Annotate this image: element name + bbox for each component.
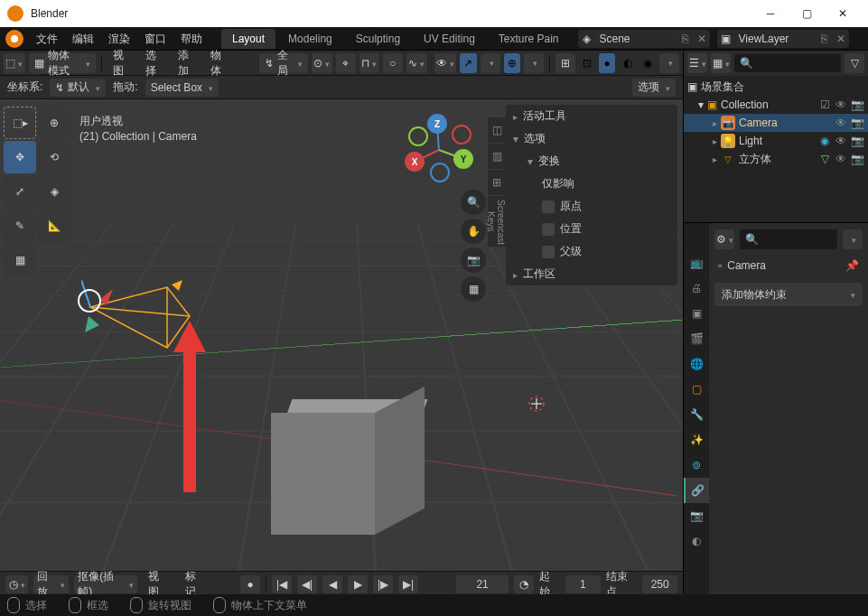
proportional-edit[interactable]: ○ — [383, 53, 403, 73]
checkbox-position[interactable]: 位置 — [506, 218, 677, 240]
scene-selector[interactable]: ◈ ⎘ ✕ — [578, 30, 710, 48]
play-reverse[interactable]: ◀ — [322, 575, 342, 593]
overlay-toggle[interactable]: ⊕ — [504, 53, 520, 73]
autokey-toggle[interactable]: ● — [240, 575, 260, 593]
pivot-point[interactable]: ⊙ — [312, 53, 332, 73]
properties-search[interactable]: 🔍 — [740, 229, 837, 249]
viewport-visibility-icon[interactable]: 👁 — [834, 98, 848, 111]
gizmo-neg-x[interactable] — [452, 125, 471, 145]
tool-add-cube[interactable]: ▦ — [4, 244, 36, 276]
viewport-visibility-icon[interactable]: 👁 — [834, 117, 848, 129]
camera-row[interactable]: 📷 Camera 👁📷 — [684, 114, 868, 132]
visibility-toggle[interactable]: 👁 — [434, 53, 457, 73]
panel-transform[interactable]: ▾变换 — [506, 150, 677, 173]
prop-tab-output[interactable]: 🖨 — [684, 275, 709, 301]
play-forward[interactable]: ▶ — [348, 575, 368, 593]
overlay-options[interactable] — [524, 53, 544, 73]
panel-active-tool[interactable]: 活动工具 — [506, 105, 677, 127]
tool-rotate[interactable]: ⟲ — [38, 141, 70, 173]
timeline-editor-type[interactable]: ◷ — [5, 575, 28, 593]
gizmo-z-axis[interactable]: Z — [427, 114, 447, 134]
gizmo-options[interactable] — [481, 53, 500, 73]
prop-tab-render[interactable]: 📺 — [684, 250, 709, 275]
gizmo-y-axis[interactable]: Y — [453, 149, 473, 169]
tab-uv-editing[interactable]: UV Editing — [413, 29, 486, 49]
snap-toggle[interactable]: ⌖ — [336, 53, 356, 73]
transform-orientation[interactable]: ↯全局 — [259, 53, 308, 73]
render-visibility-icon[interactable]: 📷 — [850, 153, 864, 165]
collection-row[interactable]: ▾▣ Collection ☑👁📷 — [684, 96, 868, 114]
tool-move[interactable]: ✥ — [4, 141, 36, 173]
prop-tab-particles[interactable]: ✨ — [684, 427, 709, 453]
render-visibility-icon[interactable]: 📷 — [850, 98, 864, 111]
shading-wireframe[interactable]: ⊡ — [579, 53, 595, 73]
checkbox-parent[interactable]: 父级 — [506, 240, 677, 263]
mode-selector[interactable]: ▦ 物体模式 — [29, 53, 96, 73]
shading-solid[interactable]: ● — [599, 53, 615, 73]
menu-select[interactable]: 选择 — [140, 48, 169, 79]
jump-to-end[interactable]: ▶| — [398, 575, 418, 593]
jump-to-start[interactable]: |◀ — [272, 575, 292, 593]
outliner-search[interactable]: 🔍 — [734, 54, 841, 72]
minimize-button[interactable]: ─ — [752, 0, 789, 27]
add-constraint-dropdown[interactable]: 添加物体约束 — [714, 283, 863, 306]
prop-tab-physics[interactable]: ⊚ — [684, 453, 709, 478]
properties-options[interactable] — [843, 229, 863, 249]
gizmo-neg-z[interactable] — [430, 163, 450, 182]
delete-viewlayer-button[interactable]: ✕ — [833, 33, 849, 45]
delete-scene-button[interactable]: ✕ — [694, 33, 710, 45]
camera-view-button[interactable]: 📷 — [461, 247, 486, 273]
tool-transform[interactable]: ◈ — [38, 175, 70, 208]
tool-select-box[interactable]: ⬚▸ — [4, 107, 36, 139]
current-frame-input[interactable]: 21 — [456, 575, 509, 593]
collection-checkbox[interactable]: ☑ — [817, 98, 832, 111]
navigation-gizmo[interactable]: X Y Z — [403, 114, 475, 186]
tool-measure[interactable]: 📐 — [38, 210, 70, 242]
new-viewlayer-button[interactable]: ⎘ — [817, 33, 833, 45]
xray-toggle[interactable]: ⊞ — [555, 53, 575, 73]
light-link-icon[interactable]: ◉ — [817, 135, 832, 147]
sidebar-tab-screencast[interactable]: Screencast Keys — [488, 196, 506, 247]
shading-material[interactable]: ◐ — [619, 53, 635, 73]
viewlayer-selector[interactable]: ▣ ⎘ ✕ — [717, 30, 849, 48]
outliner-view-options[interactable]: ▦ — [711, 53, 731, 73]
pan-button[interactable]: ✋ — [461, 219, 486, 244]
outliner-display-mode[interactable]: ☰ — [687, 53, 707, 73]
perspective-toggle-button[interactable]: ▦ — [461, 276, 486, 302]
panel-workspace[interactable]: 工作区 — [506, 263, 677, 285]
menu-object[interactable]: 物体 — [205, 48, 234, 79]
menu-add[interactable]: 添加 — [173, 48, 201, 79]
prop-tab-material[interactable]: ◐ — [684, 528, 709, 554]
3d-viewport[interactable]: 用户透视 (21) Collection | Camera ⬚▸ ⊕ ✥ ⟲ ⤢… — [0, 99, 683, 571]
jump-keyframe-back[interactable]: ◀| — [297, 575, 317, 593]
snap-options[interactable]: ⊓ — [359, 53, 379, 73]
shading-rendered[interactable]: ◉ — [639, 53, 656, 73]
panel-options[interactable]: ▾选项 — [506, 127, 677, 150]
sidebar-tab-icon-2[interactable]: ▥ — [488, 144, 506, 169]
sidebar-tab-icon-3[interactable]: ⊞ — [488, 170, 506, 195]
playback-menu[interactable]: 回放 — [33, 575, 69, 593]
start-frame-input[interactable]: 1 — [565, 575, 601, 593]
tab-sculpting[interactable]: Sculpting — [345, 29, 411, 49]
scene-name-input[interactable] — [596, 33, 677, 45]
mesh-data-icon[interactable]: ▽ — [817, 153, 832, 165]
light-row[interactable]: 💡 Light ◉👁📷 — [684, 132, 868, 150]
viewport-visibility-icon[interactable]: 👁 — [834, 135, 848, 147]
jump-keyframe-forward[interactable]: |▶ — [373, 575, 393, 593]
sidebar-tab-icon-1[interactable]: ◫ — [488, 117, 506, 143]
zoom-button[interactable]: 🔍 — [461, 190, 486, 215]
render-visibility-icon[interactable]: 📷 — [850, 135, 864, 147]
prop-tab-world[interactable]: 🌐 — [684, 351, 709, 377]
orientation-dropdown[interactable]: ↯默认 — [50, 79, 106, 97]
viewlayer-name-input[interactable] — [735, 33, 817, 45]
tool-cursor[interactable]: ⊕ — [38, 107, 70, 139]
close-button[interactable]: ✕ — [825, 0, 861, 27]
prop-tab-object[interactable]: ▢ — [684, 377, 709, 402]
pin-button[interactable]: 📌 — [845, 259, 859, 272]
tool-scale[interactable]: ⤢ — [4, 175, 36, 208]
properties-editor-type[interactable]: ⚙ — [714, 229, 734, 249]
gizmo-neg-y[interactable] — [408, 126, 428, 146]
checkbox-origin[interactable]: 原点 — [506, 195, 677, 218]
end-frame-input[interactable]: 250 — [642, 575, 677, 593]
tab-texture-paint[interactable]: Texture Pain — [488, 29, 570, 49]
